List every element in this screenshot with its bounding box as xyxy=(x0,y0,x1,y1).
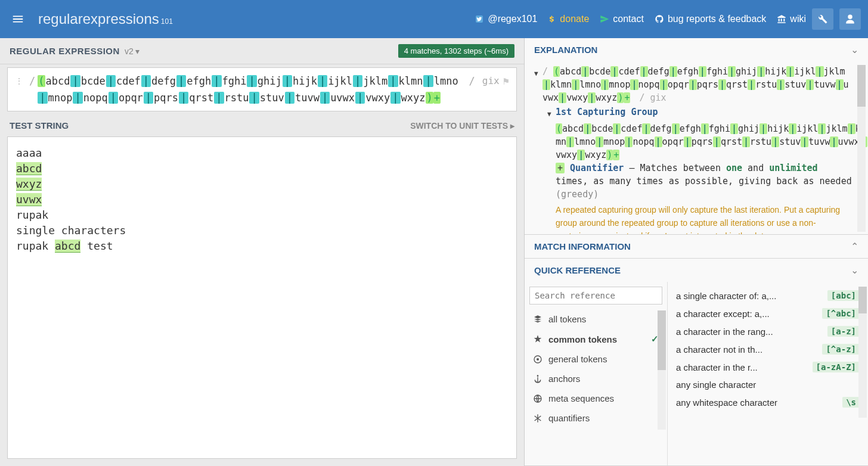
scroll-thumb[interactable] xyxy=(658,310,666,370)
nav-wiki[interactable]: wiki xyxy=(777,14,806,24)
scroll-thumb[interactable] xyxy=(857,65,866,107)
quickref-body: all tokenscommon tokens✓general tokensan… xyxy=(525,282,868,465)
chevron-down-icon[interactable]: ⌄ xyxy=(851,44,858,55)
qr-cat-meta-sequences[interactable]: meta sequences xyxy=(529,389,662,408)
chevron-right-icon: ▸ xyxy=(510,121,514,131)
left-panel: REGULAR EXPRESSION v2 ▾ 4 matches, 1302 … xyxy=(0,38,524,466)
svg-point-2 xyxy=(537,358,539,361)
match-info-header[interactable]: MATCH INFORMATION ⌃ xyxy=(525,235,868,258)
version-selector[interactable]: v2 ▾ xyxy=(125,46,140,56)
group-pattern: (abcd|bcde|cdef|defg|efgh|fghi|ghij|hijk… xyxy=(556,123,867,160)
flag-icon[interactable]: ⚑ xyxy=(503,73,509,89)
quantifier-line: + Quantifier — Matches between one and u… xyxy=(556,161,868,175)
collapse-toggle[interactable]: ▼ xyxy=(534,67,542,80)
logo-text-b: expressions xyxy=(83,11,159,27)
regex-flags[interactable]: gix xyxy=(482,73,500,89)
star-icon xyxy=(533,334,542,344)
qr-item[interactable]: a character except: a,...[^abc] xyxy=(668,305,868,322)
chevron-up-icon[interactable]: ⌃ xyxy=(851,241,858,252)
quantifier-desc: times, as many times as possible, giving… xyxy=(556,175,868,188)
tools-button[interactable] xyxy=(812,8,833,30)
target-icon xyxy=(533,355,542,364)
wrench-icon xyxy=(817,14,828,24)
match-highlight: wxyz xyxy=(16,178,42,191)
regex-title: REGULAR EXPRESSION xyxy=(10,46,120,56)
warning-text: A repeated capturing group will only cap… xyxy=(556,203,868,234)
capturing-group-label: 1st Capturing Group xyxy=(556,105,658,119)
nav-contact[interactable]: contact xyxy=(600,14,644,24)
hamburger-icon xyxy=(11,13,24,26)
ast-icon xyxy=(533,414,542,423)
logo-sub: 101 xyxy=(161,17,173,26)
right-panel: EXPLANATION ⌄ ▼ / (abcd|bcde|cdef|defg|e… xyxy=(524,38,868,466)
match-highlight: abcd xyxy=(55,240,80,253)
qr-cat-general-tokens[interactable]: general tokens xyxy=(529,349,662,369)
globe-icon xyxy=(533,394,542,403)
test-text: test xyxy=(80,240,113,252)
nav-links: @regex101donatecontactbug reports & feed… xyxy=(475,14,806,24)
logo[interactable]: regularexpressions101 xyxy=(38,11,173,27)
quickref-categories: all tokenscommon tokens✓general tokensan… xyxy=(525,282,668,465)
greedy-label: (greedy) xyxy=(556,188,868,201)
qr-cat-anchors[interactable]: anchors xyxy=(529,369,662,389)
match-badge: 4 matches, 1302 steps (~6ms) xyxy=(398,44,514,58)
test-header: TEST STRING SWITCH TO UNIT TESTS ▸ xyxy=(0,114,524,136)
explanation-body: ▼ / (abcd|bcde|cdef|defg|efgh|fghi|ghij|… xyxy=(525,61,868,234)
regex-header: REGULAR EXPRESSION v2 ▾ 4 matches, 1302 … xyxy=(0,38,524,64)
qr-item[interactable]: a character in the rang...[a-z] xyxy=(668,322,868,340)
regex-delimiter: / xyxy=(469,73,475,89)
qr-item[interactable]: a character in the r...[a-zA-Z] xyxy=(668,358,868,376)
regex-delimiter: / xyxy=(29,73,35,89)
test-text: aaaa xyxy=(16,147,42,159)
scrollbar[interactable] xyxy=(858,287,867,418)
collapse-toggle[interactable]: ▼ xyxy=(547,108,556,121)
drag-handle-icon[interactable]: ⋮ xyxy=(15,73,23,89)
user-icon xyxy=(845,14,855,24)
match-info-title: MATCH INFORMATION xyxy=(534,241,631,251)
regex-input[interactable]: ⋮ / (abcd|bcde|cdef|defg|efgh|fghi|ghij|… xyxy=(7,67,517,111)
test-text: single characters xyxy=(16,224,126,237)
qr-item[interactable]: any single character xyxy=(668,376,868,393)
explanation-title: EXPLANATION xyxy=(534,45,597,55)
anchor-icon xyxy=(533,374,542,384)
test-string-input[interactable]: aaaa abcd wxyz uvwx rupak single charact… xyxy=(7,136,517,459)
quickref-items: a single character of: a,...[abc]a chara… xyxy=(668,282,868,465)
qr-item[interactable]: any whitespace character\s xyxy=(668,393,868,411)
scrollbar[interactable] xyxy=(658,310,666,430)
menu-button[interactable] xyxy=(7,8,29,30)
qr-cat-all-tokens[interactable]: all tokens xyxy=(529,309,662,329)
match-highlight: uvwx xyxy=(16,193,42,206)
switch-unit-tests[interactable]: SWITCH TO UNIT TESTS ▸ xyxy=(410,121,514,131)
nav-bug-reports-feedback[interactable]: bug reports & feedback xyxy=(655,14,766,24)
match-highlight: abcd xyxy=(16,162,42,175)
test-text: rupak xyxy=(16,240,55,252)
regex-pattern[interactable]: (abcd|bcde|cdef|defg|efgh|fghi|ghij|hijk… xyxy=(38,73,466,106)
qr-item[interactable]: a character not in th...[^a-z] xyxy=(668,340,868,358)
chevron-down-icon: ▾ xyxy=(135,46,140,56)
explanation-header[interactable]: EXPLANATION ⌄ xyxy=(525,38,868,61)
qr-cat-common-tokens[interactable]: common tokens✓ xyxy=(529,329,662,349)
search-reference-input[interactable] xyxy=(529,287,662,305)
qr-cat-quantifiers[interactable]: quantifiers xyxy=(529,408,662,428)
app-header: regularexpressions101 @regex101donatecon… xyxy=(0,0,868,38)
scroll-thumb[interactable] xyxy=(858,287,867,313)
quickref-title: QUICK REFERENCE xyxy=(534,265,621,275)
qr-item[interactable]: a single character of: a,...[abc] xyxy=(668,287,868,305)
test-title: TEST STRING xyxy=(10,120,69,131)
quickref-header[interactable]: QUICK REFERENCE ⌄ xyxy=(525,259,868,282)
nav-donate[interactable]: donate xyxy=(548,14,589,24)
stack-icon xyxy=(533,315,542,324)
scrollbar[interactable] xyxy=(857,65,866,232)
chevron-down-icon[interactable]: ⌄ xyxy=(851,265,858,276)
nav--regex101[interactable]: @regex101 xyxy=(475,14,537,24)
user-button[interactable] xyxy=(839,8,861,30)
logo-text-a: regular xyxy=(38,11,83,27)
test-text: rupak xyxy=(16,209,48,221)
